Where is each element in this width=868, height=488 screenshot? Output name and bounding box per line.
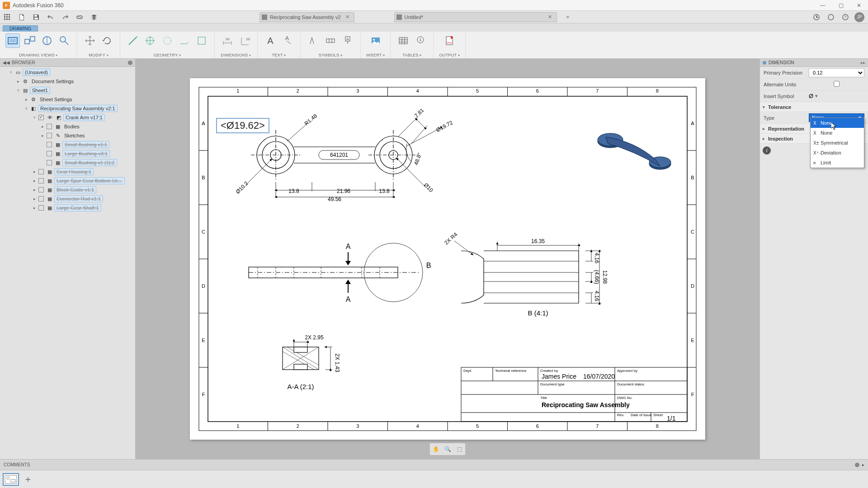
properties-header[interactable]: DIMENSION ▸▸ — [760, 59, 868, 67]
dropdown-option-limit[interactable]: ≡Limit — [811, 158, 864, 168]
layers-icon[interactable] — [89, 12, 99, 23]
tree-row-gearshaft[interactable]: ▸▦Large Gear Shaft:1 — [0, 203, 135, 212]
tree-row-bodies[interactable]: ▸▦Bodies — [0, 122, 135, 131]
table-button[interactable] — [396, 33, 410, 48]
profile-badge[interactable]: JP — [854, 12, 864, 22]
output-pdf-button[interactable]: PDF — [442, 33, 457, 48]
pin-icon[interactable] — [855, 463, 859, 467]
section-view-button[interactable] — [40, 33, 54, 48]
file-new-icon[interactable] — [16, 12, 27, 23]
tree-row-crankarm[interactable]: ▿👁◩Crank Arm v17:1 — [0, 113, 135, 122]
datum-button[interactable]: A — [340, 33, 355, 48]
balloon-button[interactable]: 1 — [413, 33, 428, 48]
visibility-checkbox[interactable] — [38, 169, 44, 174]
prop-section-tolerance[interactable]: ▾Tolerance — [760, 102, 868, 112]
svg-text:5: 5 — [476, 88, 479, 94]
link-icon[interactable] — [74, 12, 85, 23]
detail-view-button[interactable] — [57, 33, 71, 48]
visibility-checkbox[interactable] — [47, 133, 52, 138]
projected-view-button[interactable] — [23, 33, 37, 48]
browser-tree[interactable]: ▿▭(Unsaved) ▸⚙Document Settings ▿▤Sheet1… — [0, 67, 135, 459]
dimension-button[interactable]: 10 — [220, 33, 235, 48]
close-tab-icon[interactable]: ✕ — [341, 14, 349, 20]
window-minimize-button[interactable]: — — [814, 0, 832, 11]
svg-text:Approved by: Approved by — [617, 369, 637, 373]
new-tab-button[interactable]: ＋ — [562, 12, 573, 23]
tree-row-connectorrod[interactable]: ▸▦Connector Rod v1:1 — [0, 194, 135, 203]
extension-button[interactable] — [194, 33, 209, 48]
sheet-thumbnail[interactable] — [3, 473, 19, 486]
line-button[interactable] — [126, 33, 140, 48]
window-maximize-button[interactable]: ▢ — [832, 0, 850, 11]
move-button[interactable] — [83, 33, 97, 48]
undo-icon[interactable] — [45, 12, 56, 23]
centermark-button[interactable] — [143, 33, 157, 48]
tree-row-root[interactable]: ▿▭(Unsaved) — [0, 68, 135, 77]
info-button[interactable]: i — [763, 146, 771, 155]
edge-ext-button[interactable] — [177, 33, 192, 48]
dropdown-option-none[interactable]: XNone — [811, 118, 864, 128]
document-tab[interactable]: Untitled* ✕ — [394, 12, 557, 22]
drawing-sheet[interactable]: 1122334455667788 AABBCCDDEEFF — [190, 78, 705, 440]
visibility-checkbox[interactable] — [38, 115, 44, 120]
tree-row-smallbushing2[interactable]: ▦Small Bushing v1 (1):2 — [0, 158, 135, 167]
feature-frame-button[interactable] — [323, 33, 338, 48]
tree-row-sheetsettings[interactable]: ▸⚙Sheet Settings — [0, 95, 135, 104]
eye-icon[interactable]: 👁 — [47, 114, 53, 121]
comments-bar[interactable]: COMMENTS ▸ — [0, 459, 868, 470]
leader-text-button[interactable]: A — [280, 33, 295, 48]
visibility-checkbox[interactable] — [47, 160, 52, 165]
pan-icon[interactable]: ✋ — [431, 444, 441, 454]
visibility-checkbox[interactable] — [38, 205, 44, 211]
visibility-checkbox[interactable] — [38, 196, 44, 202]
expand-icon[interactable]: ▸▸ — [861, 60, 865, 65]
apps-grid-icon[interactable] — [2, 12, 13, 23]
window-close-button[interactable]: ✕ — [850, 0, 868, 11]
tree-row-blockguide[interactable]: ▸▦Block Guide v1:1 — [0, 185, 135, 194]
visibility-checkbox[interactable] — [38, 187, 44, 192]
dropdown-option-none2[interactable]: XNone — [811, 128, 864, 138]
ordinate-button[interactable]: 10 — [237, 33, 252, 48]
tree-row-sketches[interactable]: ▸✎Sketches — [0, 131, 135, 140]
tree-row-largebushing[interactable]: ▦Large Bushing v3:1 — [0, 149, 135, 158]
add-sheet-button[interactable]: ＋ — [23, 474, 33, 485]
tree-row-spurgear[interactable]: ▸▦Large Spur Gear Bottom Uc... — [0, 176, 135, 185]
visibility-checkbox[interactable] — [47, 142, 52, 147]
drawing-canvas[interactable]: 1122334455667788 AABBCCDDEEFF — [136, 59, 760, 459]
collapse-icon[interactable]: ◀◀ — [3, 60, 10, 65]
insert-image-button[interactable] — [368, 33, 383, 48]
zoom-window-icon[interactable]: ⬚ — [454, 444, 464, 454]
workspace-tab-drawing[interactable]: DRAWING — [3, 25, 38, 32]
close-tab-icon[interactable]: ✕ — [543, 14, 552, 20]
surface-texture-button[interactable] — [306, 33, 321, 48]
expand-icon[interactable]: ▸ — [862, 462, 864, 467]
visibility-checkbox[interactable] — [47, 151, 52, 156]
job-status-icon[interactable] — [826, 12, 836, 23]
tree-row-docsettings[interactable]: ▸⚙Document Settings — [0, 77, 135, 86]
tree-row-sheet[interactable]: ▿▤Sheet1 — [0, 86, 135, 95]
redo-icon[interactable] — [60, 12, 71, 23]
alternate-units-checkbox[interactable] — [809, 81, 864, 87]
base-view-button[interactable] — [5, 33, 20, 48]
extensions-icon[interactable] — [811, 12, 822, 23]
tree-row-gearhousing[interactable]: ▸▦Gear Housing:1 — [0, 167, 135, 176]
dropdown-option-deviation[interactable]: X⁺₋Deviation — [811, 148, 864, 158]
rotate-button[interactable] — [100, 33, 114, 48]
dimension-edit-overlay[interactable]: <Ø19.62> — [216, 118, 269, 133]
document-tab[interactable]: Reciprocating Saw Assembly v2 ✕ — [259, 12, 354, 22]
text-button[interactable]: A — [263, 33, 278, 48]
symbol-dropdown-icon[interactable]: ▾ — [815, 93, 818, 99]
browser-header[interactable]: ◀◀ BROWSER — [0, 59, 135, 67]
tree-row-assembly[interactable]: ▿◧Reciprocating Saw Assembly v2:1 — [0, 104, 135, 113]
tree-row-smallbushing[interactable]: ▦Small Bushing v1:1 — [0, 140, 135, 149]
save-icon[interactable] — [31, 12, 42, 23]
zoom-icon[interactable]: 🔍 — [443, 444, 453, 454]
help-icon[interactable]: ? — [840, 12, 851, 23]
primary-precision-select[interactable]: 0.12 — [809, 68, 864, 77]
centerline-button[interactable] — [160, 33, 175, 48]
pin-icon[interactable] — [128, 61, 132, 65]
visibility-checkbox[interactable] — [47, 124, 52, 129]
dropdown-option-symmetrical[interactable]: X±Symmetrical — [811, 138, 864, 148]
tolerance-type-dropdown[interactable]: XNone XNone X±Symmetrical X⁺₋Deviation ≡… — [810, 117, 864, 168]
visibility-checkbox[interactable] — [38, 178, 44, 183]
